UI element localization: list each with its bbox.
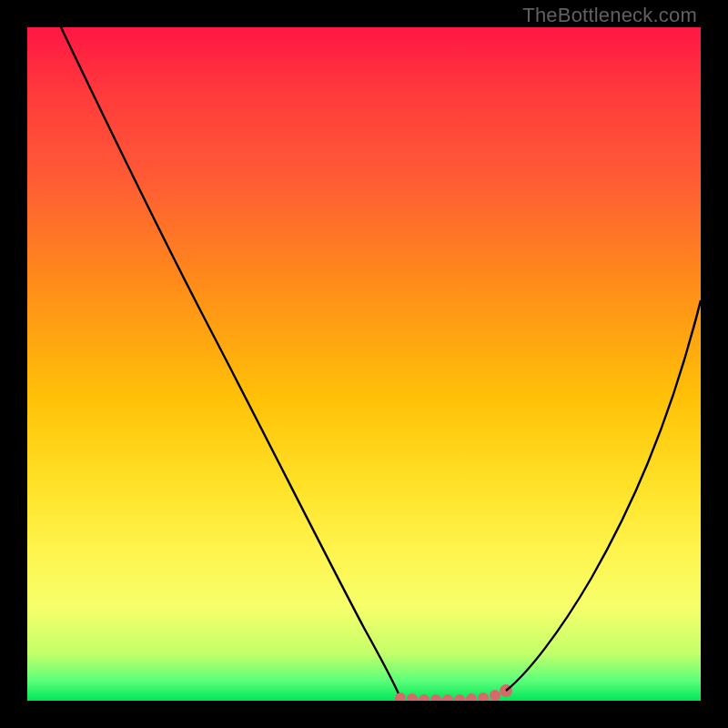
watermark-text: TheBottleneck.com [522,4,697,27]
chart-frame: TheBottleneck.com [0,0,728,728]
svg-point-3 [430,694,441,701]
svg-point-2 [419,694,430,701]
svg-point-0 [395,693,406,701]
svg-point-4 [442,694,453,701]
plot-area [27,27,701,701]
curve-layer [27,27,701,701]
valley-dots [395,684,512,701]
svg-point-6 [466,693,477,701]
svg-point-1 [407,693,418,701]
svg-point-7 [478,693,489,701]
right-curve [506,300,701,691]
left-curve [61,27,400,698]
svg-point-8 [490,690,500,701]
svg-point-5 [454,694,465,701]
